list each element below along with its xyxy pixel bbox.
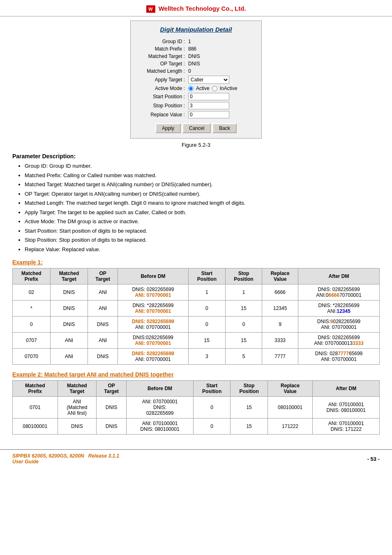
col-matched-target: MatchedTarget [50, 268, 88, 284]
cell: DNIS: 028777765699ANI: 070700001 [298, 349, 380, 365]
col-before-dm: Before DM [118, 268, 188, 284]
label-apply-target: Apply Target : [139, 77, 188, 83]
col-op-target: OPTarget [97, 381, 127, 397]
cell: 0 [193, 397, 230, 419]
list-item: Matched Target: Matched target is ANI(ca… [25, 180, 380, 189]
cell: DNIS [88, 349, 118, 365]
cell: 02 [13, 284, 51, 301]
list-item: Apply Target: The target to be applied s… [25, 208, 380, 217]
list-item: Group ID: Group ID number. [25, 162, 380, 170]
table-row: 02 DNIS ANI DNIS: 0282265699ANI: 0707000… [13, 284, 380, 301]
cell: ANI: 070100001DNIS: 080100001 [127, 419, 194, 435]
cell: ANI: 070100001DNIS: 171222 [313, 419, 380, 435]
value-matched-target: DNIS [188, 53, 200, 59]
col-stop-position: StopPosition [231, 381, 267, 397]
form-row-group-id: Group ID : 1 [139, 39, 253, 44]
cell: ANI [88, 284, 118, 301]
dialog-buttons: Apply Cancel Back [139, 123, 253, 133]
col-replace-value: ReplaceValue [267, 381, 313, 397]
list-item: Matched Length: The matched target lengt… [25, 199, 380, 207]
stop-position-input[interactable] [188, 102, 229, 109]
cell: 6666 [262, 284, 298, 301]
table-row: 080100001 DNIS DNIS ANI: 070100001DNIS: … [13, 419, 380, 435]
cell: 3 [188, 349, 225, 365]
table-row: 0707 ANI ANI DNIS:0282265699ANI: 0707000… [13, 333, 380, 349]
cell: ANI [50, 333, 88, 349]
cell: 15 [231, 397, 267, 419]
list-item: Replace Value: Replaced value. [25, 245, 380, 254]
cell: 07070 [13, 349, 51, 365]
cell: 15 [231, 419, 267, 435]
col-matched-target: MatchedTarget [58, 381, 97, 397]
example2-header: Example 2: Matched target ANI and matche… [12, 371, 380, 378]
cell: DNIS: *282265699ANI:12345 [298, 301, 380, 317]
replace-value-input[interactable] [188, 111, 229, 118]
table-row: 07070 ANI DNIS DNIS: 0282265699ANI: 0707… [13, 349, 380, 365]
cell: DNIS [58, 419, 97, 435]
cell: * [13, 301, 51, 317]
cell: DNIS [50, 301, 88, 317]
radio-inactive[interactable] [212, 86, 217, 91]
form-row-matched-target: Matched Target : DNIS [139, 53, 253, 59]
apply-target-select[interactable]: Caller Called Both [188, 76, 229, 84]
cell: 0 [188, 301, 225, 317]
dialog-title: Digit Manipulation Detail [139, 26, 253, 33]
cell: 15 [188, 333, 225, 349]
form-row-match-prefix: Match Prefix : 886 [139, 46, 253, 52]
cell: DNIS:0282265699ANI: 070700001 [118, 333, 188, 349]
label-group-id: Group ID : [139, 39, 188, 44]
form-row-replace-value: Replace Value : [139, 111, 253, 118]
cell: DNIS [50, 317, 88, 333]
main-content: Digit Manipulation Detail Group ID : 1 M… [0, 21, 392, 449]
cell: 1 [225, 284, 262, 301]
value-group-id: 1 [188, 39, 191, 44]
cell: 0 [188, 317, 225, 333]
parameter-description-header: Parameter Description: [12, 153, 380, 160]
start-position-input[interactable] [188, 93, 229, 100]
radio-active[interactable] [188, 86, 194, 91]
figure-caption: Figure 5.2-3 [12, 142, 380, 148]
col-after-dm: After DM [313, 381, 380, 397]
dialog-box: Digit Manipulation Detail Group ID : 1 M… [130, 21, 262, 139]
table-row: 0 DNIS DNIS DNIS: 0282265699ANI: 0707000… [13, 317, 380, 333]
col-stop-position: StopPosition [225, 268, 262, 284]
logo-icon: W [146, 5, 155, 13]
radio-active-label: Active [196, 86, 210, 91]
cell: 080100001 [267, 397, 313, 419]
label-stop-position: Stop Position : [139, 103, 188, 109]
cell: ANI [50, 349, 88, 365]
example2-table: MatchedPrefix MatchedTarget OPTarget Bef… [12, 380, 380, 435]
cell: DNIS:90282265699ANI: 070700001 [298, 317, 380, 333]
apply-button[interactable]: Apply [155, 123, 181, 133]
form-row-matched-length: Matched Length : 0 [139, 68, 253, 74]
col-start-position: StartPosition [193, 381, 230, 397]
example1-table: MatchedPrefix MatchedTarget OPTarget Bef… [12, 268, 380, 365]
cell: ANI: 070100001DNIS: 080100001 [313, 397, 380, 419]
cell: 1 [188, 284, 225, 301]
cell: DNIS [88, 317, 118, 333]
label-match-prefix: Match Prefix : [139, 46, 188, 52]
back-button[interactable]: Back [212, 123, 237, 133]
dialog-container: Digit Manipulation Detail Group ID : 1 M… [12, 21, 380, 139]
cell: DNIS: 0282265699ANI: 070700001 [118, 284, 188, 301]
page-header: W Welltech Technology Co., Ltd. [0, 0, 392, 16]
list-item: Stop Position: Stop position of digits t… [25, 236, 380, 244]
form-row-apply-target: Apply Target : Caller Called Both [139, 76, 253, 84]
cell: DNIS [97, 397, 127, 419]
value-op-target: DNIS [188, 61, 200, 67]
parameter-list: Group ID: Group ID number. Matched Prefi… [12, 162, 380, 253]
label-replace-value: Replace Value : [139, 112, 188, 118]
radio-inactive-label: InActive [220, 86, 238, 91]
list-item: Start Position: Start position of digits… [25, 227, 380, 235]
cell: ANI [88, 301, 118, 317]
cell: 0 [193, 419, 230, 435]
cancel-button[interactable]: Cancel [182, 123, 211, 133]
cell: 080100001 [13, 419, 58, 435]
cell: 7777 [262, 349, 298, 365]
cell: DNIS: 0282265699ANI: 070700001 [118, 317, 188, 333]
footer-model: SIPPBX 6200S, 6200GS, 6200N Release 3.1.… [12, 453, 119, 459]
label-matched-length: Matched Length : [139, 68, 188, 74]
cell: 15 [225, 301, 262, 317]
cell: DNIS: 0282265699ANI: 07070000133333 [298, 333, 380, 349]
label-active-mode: Active Mode : [139, 86, 188, 91]
